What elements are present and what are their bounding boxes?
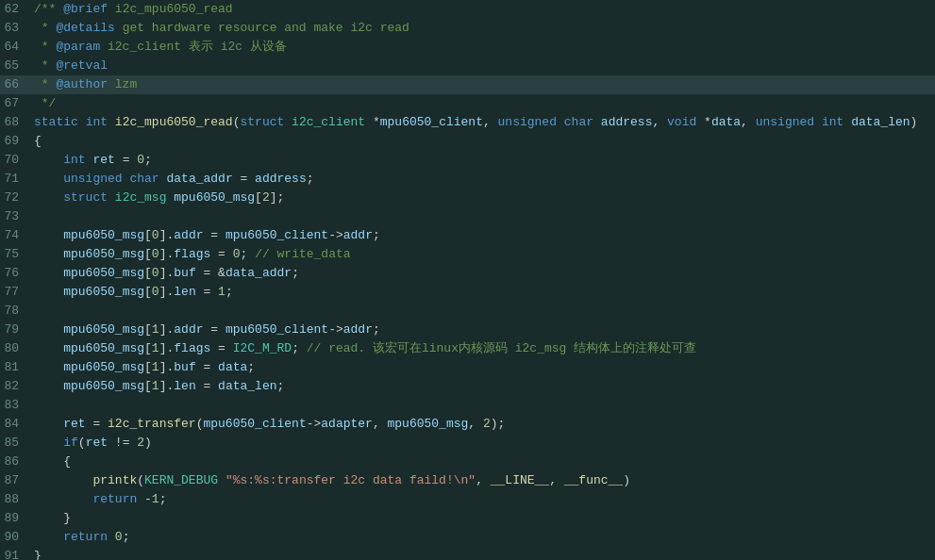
line-number: 71 bbox=[0, 170, 34, 189]
code-token: mpu6050_msg bbox=[63, 379, 144, 393]
code-token: data_len bbox=[218, 379, 276, 393]
code-token: if bbox=[63, 436, 78, 450]
code-token: ]. bbox=[159, 379, 175, 393]
code-token: flags bbox=[174, 341, 210, 355]
code-token: mpu6050_msg bbox=[388, 417, 469, 431]
code-token: lzm bbox=[108, 77, 137, 91]
code-token: mpu6050_msg bbox=[174, 190, 255, 205]
line-content: struct i2c_msg mpu6050_msg[2]; bbox=[34, 189, 927, 207]
line-content: mpu6050_msg[1].buf = data; bbox=[34, 358, 927, 377]
table-row: 90 return 0; bbox=[0, 528, 935, 547]
line-content: } bbox=[34, 547, 927, 560]
code-token bbox=[34, 322, 63, 337]
line-content: mpu6050_msg[1].len = data_len; bbox=[34, 377, 927, 396]
code-token: get hardware resource and make i2c read bbox=[115, 21, 409, 35]
table-row: 68static int i2c_mpu6050_read(struct i2c… bbox=[0, 113, 935, 132]
line-content: mpu6050_msg[0].addr = mpu6050_client->ad… bbox=[34, 226, 927, 245]
code-token: mpu6050_msg bbox=[63, 360, 144, 374]
code-token: "%s:%s:transfer i2c data faild!\n" bbox=[225, 473, 476, 487]
code-token: addr bbox=[174, 322, 203, 337]
code-token: ; bbox=[373, 322, 380, 337]
code-token: // read. 该宏可在linux内核源码 i2c_msg 结构体上的注释处可… bbox=[307, 341, 696, 355]
code-token: mpu6050_msg bbox=[63, 266, 144, 280]
code-token: unsigned bbox=[756, 115, 814, 129]
code-token bbox=[593, 115, 601, 129]
code-token: ; bbox=[277, 379, 285, 393]
code-token bbox=[299, 341, 307, 355]
code-token: int bbox=[63, 153, 85, 167]
code-token bbox=[34, 190, 63, 205]
code-token: mpu6050_msg bbox=[63, 322, 144, 337]
line-number: 63 bbox=[0, 19, 34, 38]
code-token bbox=[843, 115, 851, 129]
code-token: [ bbox=[255, 190, 262, 205]
table-row: 74 mpu6050_msg[0].addr = mpu6050_client-… bbox=[0, 226, 935, 245]
code-token bbox=[34, 247, 63, 261]
code-token bbox=[34, 360, 63, 374]
table-row: 85 if(ret != 2) bbox=[0, 434, 935, 453]
code-token: , bbox=[741, 115, 756, 129]
code-token: [ bbox=[144, 247, 152, 261]
code-token: @retval bbox=[56, 58, 108, 73]
line-number: 69 bbox=[0, 132, 34, 151]
code-token: mpu6050_msg bbox=[63, 341, 144, 355]
table-row: 88 return -1; bbox=[0, 490, 935, 509]
table-row: 81 mpu6050_msg[1].buf = data; bbox=[0, 358, 935, 377]
code-token bbox=[34, 153, 63, 167]
table-row: 91} bbox=[0, 547, 935, 560]
line-number: 67 bbox=[0, 94, 34, 113]
code-token: I2C_M_RD bbox=[233, 341, 292, 355]
code-token: void bbox=[667, 115, 696, 129]
table-row: 75 mpu6050_msg[0].flags = 0; // write_da… bbox=[0, 245, 935, 264]
line-number: 80 bbox=[0, 339, 34, 358]
code-token: struct bbox=[63, 190, 108, 205]
code-token: - bbox=[144, 492, 152, 506]
line-number: 85 bbox=[0, 434, 34, 453]
code-token: = bbox=[115, 153, 137, 167]
line-number: 77 bbox=[0, 283, 34, 302]
table-row: 89 } bbox=[0, 509, 935, 528]
line-content: int ret = 0; bbox=[34, 151, 927, 170]
code-token: */ bbox=[34, 96, 56, 110]
line-number: 78 bbox=[0, 302, 34, 321]
code-token: i2c_msg bbox=[115, 190, 167, 205]
code-token bbox=[108, 115, 115, 129]
code-token: data_addr bbox=[166, 172, 232, 186]
code-token: mpu6050_client bbox=[380, 115, 483, 129]
code-token: mpu6050_msg bbox=[63, 228, 144, 242]
code-token: data bbox=[218, 360, 247, 374]
code-token bbox=[34, 454, 63, 469]
table-row: 67 */ bbox=[0, 94, 935, 113]
line-content: * @details get hardware resource and mak… bbox=[34, 19, 927, 38]
code-token: i2c_client bbox=[292, 115, 365, 129]
code-token: = bbox=[204, 322, 225, 337]
code-token: * bbox=[696, 115, 711, 129]
code-token: addr bbox=[343, 228, 373, 242]
line-content: */ bbox=[34, 94, 927, 113]
code-token: = bbox=[204, 228, 225, 242]
code-token: { bbox=[34, 134, 42, 148]
code-token: data bbox=[711, 115, 741, 129]
code-token: ret bbox=[92, 153, 114, 167]
code-token: /** bbox=[34, 2, 63, 16]
code-token: 0 bbox=[115, 530, 123, 544]
line-number: 87 bbox=[0, 471, 34, 490]
table-row: 84 ret = i2c_transfer(mpu6050_client->ad… bbox=[0, 415, 935, 434]
code-token bbox=[137, 492, 144, 506]
code-token: -> bbox=[328, 322, 343, 337]
table-row: 71 unsigned char data_addr = address; bbox=[0, 170, 935, 189]
code-token: ) bbox=[623, 473, 630, 487]
code-token: static bbox=[34, 115, 78, 129]
table-row: 86 { bbox=[0, 453, 935, 471]
code-token bbox=[284, 115, 292, 129]
line-number: 66 bbox=[0, 75, 34, 94]
line-content: * @retval bbox=[34, 57, 927, 75]
code-token: , bbox=[476, 473, 491, 487]
code-token: { bbox=[63, 454, 71, 469]
line-number: 68 bbox=[0, 113, 34, 132]
code-token: ; bbox=[292, 341, 299, 355]
line-content: ret = i2c_transfer(mpu6050_client->adapt… bbox=[34, 415, 927, 434]
code-token: } bbox=[63, 511, 71, 525]
code-token: = bbox=[233, 172, 255, 186]
code-token: ; bbox=[373, 228, 380, 242]
